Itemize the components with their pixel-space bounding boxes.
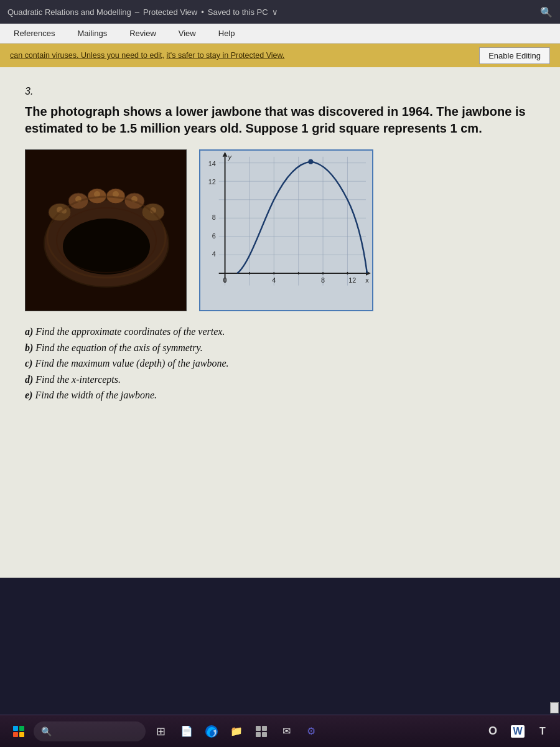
sub-question-e: e) Find the width of the jawbone. [25, 387, 535, 403]
svg-text:4: 4 [212, 250, 216, 258]
svg-text:8: 8 [212, 214, 216, 221]
file-icon: 📄 [180, 725, 193, 737]
graph-container: 14 12 8 6 4 0 4 8 12 x [199, 149, 373, 311]
taskbar-app-file[interactable]: 📄 [175, 720, 198, 743]
saved-label: Saved to this PC [208, 7, 268, 17]
taskbar: 🔍 ⊞ 📄 📁 ✉ ⚙ [0, 715, 560, 747]
folder-icon: 📁 [230, 725, 243, 737]
svg-text:12: 12 [208, 178, 216, 186]
circle-icon: O [488, 725, 497, 738]
taskbar-app-grid[interactable] [250, 720, 273, 743]
svg-text:4: 4 [272, 276, 276, 284]
title-bar: Quadratic Relations and Modelling – Prot… [0, 0, 560, 24]
system-tray: O W T [482, 720, 554, 743]
svg-text:12: 12 [348, 276, 356, 284]
svg-rect-55 [262, 726, 267, 731]
svg-text:0: 0 [223, 276, 227, 284]
svg-text:14: 14 [208, 160, 216, 167]
windows-logo-icon [13, 726, 24, 737]
svg-text:y: y [227, 153, 231, 161]
svg-text:x: x [365, 276, 369, 284]
svg-point-51 [308, 159, 313, 164]
svg-text:8: 8 [321, 276, 325, 284]
edge-icon [205, 725, 218, 738]
tray-clock[interactable]: T [531, 720, 554, 743]
menu-bar: References Mailings Review View Help [0, 24, 560, 44]
menu-review[interactable]: Review [126, 26, 160, 40]
protected-message: can contain viruses. Unless you need to … [10, 51, 469, 60]
taskbar-app-files[interactable]: 📁 [225, 720, 248, 743]
graph-svg: 14 12 8 6 4 0 4 8 12 x [200, 151, 372, 310]
svg-text:6: 6 [212, 232, 216, 240]
menu-mailings[interactable]: Mailings [73, 26, 111, 40]
taskbar-search-box[interactable]: 🔍 [34, 721, 146, 741]
question-number: 3. [25, 86, 535, 97]
mail-icon: ✉ [282, 725, 291, 737]
taskbar-app-mail[interactable]: ✉ [275, 720, 297, 743]
title-dot: • [201, 7, 204, 17]
doc-title: Quadratic Relations and Modelling [7, 7, 131, 17]
sub-question-d: d) Find the x-intercepts. [25, 372, 535, 388]
word-icon: W [511, 725, 524, 738]
question-text: The photograph shows a lower jawbone tha… [25, 103, 535, 137]
taskbar-search-icon: 🔍 [41, 726, 52, 736]
task-view-button[interactable]: ⊞ [148, 719, 173, 744]
protected-prefix: can contain viruses. Unless you need to … [10, 51, 164, 60]
jawbone-photo [25, 149, 187, 311]
title-search-icon[interactable]: 🔍 [540, 6, 553, 18]
enable-editing-button[interactable]: Enable Editing [479, 47, 550, 64]
clock-icon: T [539, 726, 546, 737]
corner-document-icon [550, 702, 560, 715]
menu-help[interactable]: Help [215, 26, 239, 40]
content-row: 14 12 8 6 4 0 4 8 12 x [25, 149, 535, 311]
sub-question-c: c) Find the maximum value (depth) of the… [25, 355, 535, 372]
svg-rect-54 [256, 726, 261, 731]
protected-link-text: it's safer to stay in Protected View. [167, 51, 285, 60]
questions-list: a) Find the approximate coordinates of t… [25, 324, 535, 403]
protected-view-label: Protected View [143, 7, 197, 17]
title-chevron[interactable]: ∨ [272, 7, 278, 17]
start-button[interactable] [6, 719, 31, 744]
document-area: 3. The photograph shows a lower jawbone … [0, 67, 560, 578]
svg-rect-18 [200, 151, 372, 310]
title-bar-text: Quadratic Relations and Modelling – Prot… [7, 7, 540, 17]
tray-icon-o[interactable]: O [482, 720, 504, 743]
menu-view[interactable]: View [175, 26, 200, 40]
menu-references[interactable]: References [10, 26, 58, 40]
taskbar-app-teams[interactable]: ⚙ [300, 720, 322, 743]
task-view-icon: ⊞ [156, 725, 166, 738]
sub-question-b: b) Find the equation of the axis of symm… [25, 340, 535, 356]
grid-icon [255, 725, 268, 738]
tray-icon-word[interactable]: W [506, 720, 529, 743]
sub-question-a: a) Find the approximate coordinates of t… [25, 324, 535, 340]
svg-rect-56 [256, 732, 261, 737]
svg-rect-57 [262, 732, 267, 737]
taskbar-app-edge[interactable] [200, 720, 223, 743]
teams-icon: ⚙ [307, 725, 315, 737]
title-separator: – [135, 7, 139, 17]
protected-view-bar: can contain viruses. Unless you need to … [0, 44, 560, 67]
jawbone-photo-inner [26, 150, 186, 311]
